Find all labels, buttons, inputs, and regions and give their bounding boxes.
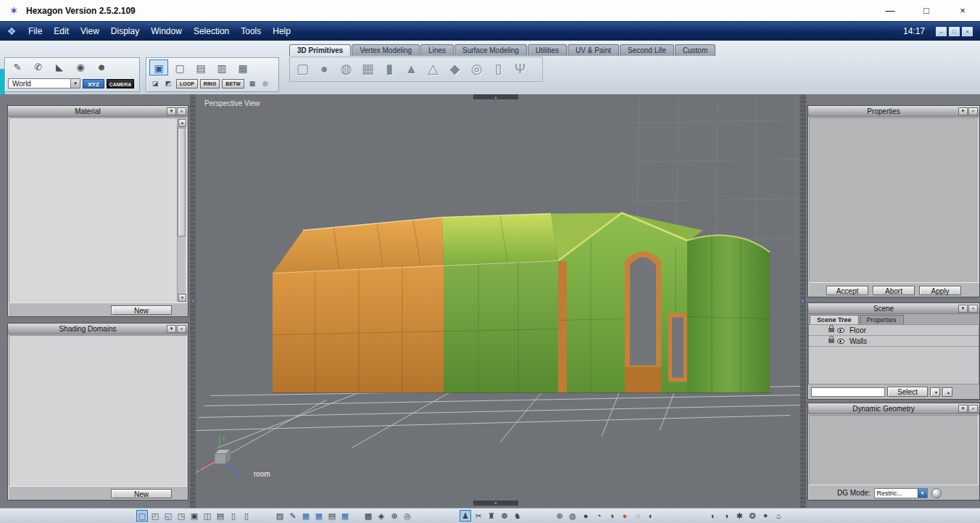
primitive-icon[interactable]: ◆ [445,59,465,80]
display-option-icon[interactable]: ◐ [707,510,719,522]
viewport-layout-icon[interactable]: ▣ [188,510,200,522]
splitter-arrow-icon[interactable]: ▸ [802,298,805,304]
snap-tool-icon[interactable]: ▩ [362,510,374,522]
shading-mode-icon[interactable]: ◌ [632,510,644,522]
primitive-icon[interactable]: ▯ [489,59,508,80]
scene-tab[interactable]: Properties [860,315,904,324]
menubar-window-button[interactable]: – [936,27,947,36]
material-panel-header[interactable]: Material ▼ × [8,106,188,117]
loop-button[interactable]: LOOP [176,79,198,88]
menubar-window-button[interactable]: □ [949,27,960,36]
panel-collapse-icon[interactable]: ▼ [958,405,968,413]
right-splitter[interactable]: ▸ [800,94,806,508]
viewport-top-collapse-handle[interactable]: ▲ [473,94,518,99]
panel-close-icon[interactable]: × [177,325,186,333]
dg-panel-header[interactable]: Dynamic Geometry ▼ × [808,403,979,414]
scroll-down-icon[interactable]: ▼ [178,294,186,302]
ribbon-tab[interactable]: 3D Primitives [289,44,351,56]
display-option-icon[interactable]: ❂ [747,510,758,522]
shading-mode-icon[interactable]: ● [580,510,591,522]
material-scrollbar[interactable]: ▲ ▼ [177,119,186,302]
apply-button[interactable]: Apply [919,286,961,295]
scene-down-button[interactable]: ▾ [930,387,940,397]
selection-mode-icon[interactable]: ▥ [212,59,231,75]
manipulator-tool-icon[interactable]: ♟ [460,510,471,522]
manipulator-tool-icon[interactable]: ♞ [512,510,523,522]
menu-item[interactable]: View [75,22,105,41]
snap-tool-icon[interactable]: ◎ [402,510,413,522]
shading-mode-icon[interactable]: ◍ [567,510,578,522]
primitive-icon[interactable]: △ [423,59,443,80]
menu-item[interactable]: Edit [48,22,75,41]
dg-mode-dropdown[interactable]: Restric... ▼ [874,488,928,498]
material-new-button[interactable]: New [111,305,172,315]
display-option-icon[interactable]: ◑ [721,510,732,522]
visibility-eye-icon[interactable] [836,326,845,334]
ribbon-tab[interactable]: Custom [675,44,715,56]
viewport-bottom-collapse-handle[interactable]: ▼ [473,501,518,506]
viewport-layout-icon[interactable]: ▯ [241,510,252,522]
primitive-icon[interactable]: ◎ [467,59,486,80]
ribbon-tab[interactable]: Vertex Modeling [352,44,420,56]
utility-tool-icon[interactable]: ✆ [29,60,48,75]
selection-helper-icon[interactable]: ◎ [259,79,271,88]
selection-mode-icon[interactable]: ▣ [149,59,168,75]
viewport-layout-icon[interactable]: ◳ [175,510,187,522]
display-option-icon[interactable]: ✦ [760,510,771,522]
display-option-icon[interactable]: ⌂ [773,510,784,522]
ring-button[interactable]: RING [200,79,220,88]
maximize-button[interactable]: □ [921,5,932,16]
shading-mode-icon[interactable]: ● [619,510,631,522]
accept-button[interactable]: Accept [826,286,868,295]
grid-paint-icon[interactable]: ▦ [339,510,351,522]
viewport-3d-scene[interactable]: Perspective View ▲ ▼ [196,94,800,508]
between-button[interactable]: BETW [222,79,244,88]
viewport-layout-icon[interactable]: ▢ [136,510,148,522]
ribbon-tab[interactable]: Second Life [620,44,674,56]
display-option-icon[interactable]: ✱ [734,510,745,522]
shading-panel-header[interactable]: Shading Domains ▼ × [8,324,188,334]
scene-panel-header[interactable]: Scene ▼ × [808,303,979,314]
utility-tool-icon[interactable]: ◣ [50,60,69,75]
camera-button[interactable]: CAMERA [107,79,134,88]
utility-tool-icon[interactable]: ✎ [8,60,27,75]
menu-item[interactable]: Display [105,22,145,41]
chevron-down-icon[interactable]: ▼ [918,489,927,498]
scene-tab[interactable]: Scene Tree [810,315,859,324]
splitter-arrow-icon[interactable]: ◂ [191,298,194,304]
panel-collapse-icon[interactable]: ▼ [958,305,968,313]
viewport-layout-icon[interactable]: ▯ [228,510,239,522]
primitive-icon[interactable]: ● [315,59,334,80]
viewport-layout-icon[interactable]: ◱ [162,510,174,522]
world-dropdown[interactable]: World ▼ [8,78,80,88]
ribbon-tab[interactable]: Lines [420,44,454,56]
primitive-icon[interactable]: ◍ [336,59,356,80]
manipulator-tool-icon[interactable]: ♜ [486,510,497,522]
scene-tree-row[interactable]: Floor [809,325,979,336]
panel-close-icon[interactable]: × [968,405,978,413]
utility-tool-icon[interactable]: ☻ [92,60,111,75]
lock-icon[interactable] [826,337,836,345]
scroll-up-icon[interactable]: ▲ [178,119,186,127]
viewport-layout-icon[interactable]: ◫ [202,510,213,522]
menubar-window-button[interactable]: × [962,27,973,36]
panel-collapse-icon[interactable]: ▼ [167,107,176,115]
scene-search-input[interactable] [811,387,885,397]
primitive-icon[interactable]: ▦ [358,59,378,80]
close-button[interactable]: × [957,5,968,16]
properties-panel-header[interactable]: Properties ▼ × [808,106,979,117]
selection-mode-icon[interactable]: ▢ [170,59,189,75]
snap-tool-icon[interactable]: ⊕ [389,510,400,522]
dg-sphere-preview-icon[interactable] [931,488,942,498]
shading-mode-icon[interactable]: ◔ [593,510,605,522]
selection-helper-icon[interactable]: ◩ [162,79,174,88]
viewport-layout-icon[interactable]: ◰ [149,510,161,522]
scene-up-button[interactable]: ▴ [942,387,952,397]
shading-mode-icon[interactable]: ⊕ [554,510,565,522]
selection-mode-icon[interactable]: ▦ [233,59,252,75]
ribbon-tab[interactable]: UV & Paint [568,44,619,56]
snap-tool-icon[interactable]: ◈ [375,510,387,522]
panel-close-icon[interactable]: × [177,107,186,115]
panel-collapse-icon[interactable]: ▼ [958,107,968,115]
viewport-layout-icon[interactable]: ▤ [215,510,226,522]
